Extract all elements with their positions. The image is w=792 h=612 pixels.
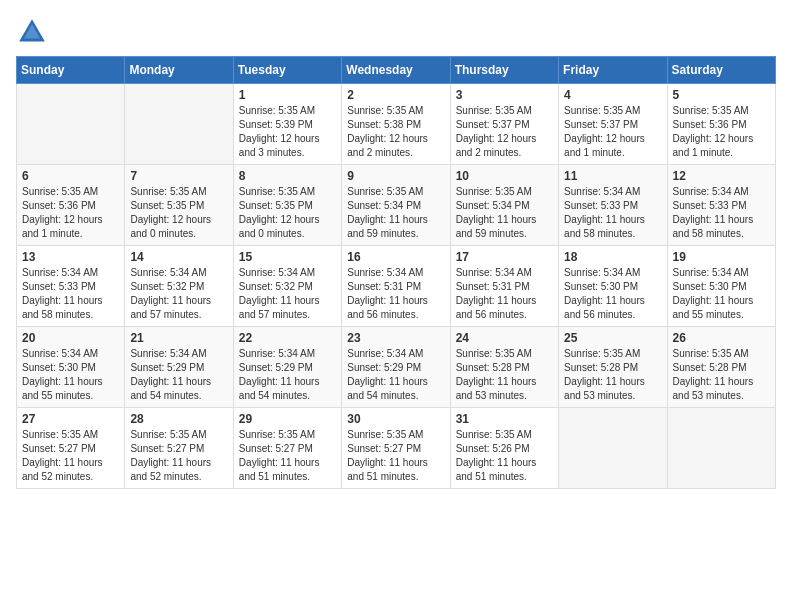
calendar-cell: 21Sunrise: 5:34 AMSunset: 5:29 PMDayligh… [125, 327, 233, 408]
calendar-cell: 28Sunrise: 5:35 AMSunset: 5:27 PMDayligh… [125, 408, 233, 489]
day-number: 6 [22, 169, 119, 183]
calendar-cell [559, 408, 667, 489]
calendar-cell: 3Sunrise: 5:35 AMSunset: 5:37 PMDaylight… [450, 84, 558, 165]
cell-content: Sunrise: 5:34 AMSunset: 5:32 PMDaylight:… [239, 266, 336, 322]
day-number: 16 [347, 250, 444, 264]
page-header [16, 16, 776, 48]
calendar-cell: 7Sunrise: 5:35 AMSunset: 5:35 PMDaylight… [125, 165, 233, 246]
day-number: 9 [347, 169, 444, 183]
day-number: 2 [347, 88, 444, 102]
calendar-cell: 9Sunrise: 5:35 AMSunset: 5:34 PMDaylight… [342, 165, 450, 246]
cell-content: Sunrise: 5:34 AMSunset: 5:29 PMDaylight:… [130, 347, 227, 403]
calendar-header-row: SundayMondayTuesdayWednesdayThursdayFrid… [17, 57, 776, 84]
calendar-cell: 2Sunrise: 5:35 AMSunset: 5:38 PMDaylight… [342, 84, 450, 165]
logo-icon [16, 16, 48, 48]
cell-content: Sunrise: 5:35 AMSunset: 5:38 PMDaylight:… [347, 104, 444, 160]
cell-content: Sunrise: 5:34 AMSunset: 5:33 PMDaylight:… [564, 185, 661, 241]
day-number: 21 [130, 331, 227, 345]
cell-content: Sunrise: 5:35 AMSunset: 5:36 PMDaylight:… [673, 104, 770, 160]
day-number: 8 [239, 169, 336, 183]
calendar-cell: 4Sunrise: 5:35 AMSunset: 5:37 PMDaylight… [559, 84, 667, 165]
cell-content: Sunrise: 5:35 AMSunset: 5:35 PMDaylight:… [239, 185, 336, 241]
day-number: 1 [239, 88, 336, 102]
day-number: 25 [564, 331, 661, 345]
calendar-cell: 25Sunrise: 5:35 AMSunset: 5:28 PMDayligh… [559, 327, 667, 408]
calendar-cell: 10Sunrise: 5:35 AMSunset: 5:34 PMDayligh… [450, 165, 558, 246]
calendar-cell: 19Sunrise: 5:34 AMSunset: 5:30 PMDayligh… [667, 246, 775, 327]
day-number: 27 [22, 412, 119, 426]
day-number: 26 [673, 331, 770, 345]
day-number: 20 [22, 331, 119, 345]
col-header-wednesday: Wednesday [342, 57, 450, 84]
calendar-cell: 12Sunrise: 5:34 AMSunset: 5:33 PMDayligh… [667, 165, 775, 246]
day-number: 15 [239, 250, 336, 264]
day-number: 12 [673, 169, 770, 183]
day-number: 28 [130, 412, 227, 426]
day-number: 22 [239, 331, 336, 345]
col-header-sunday: Sunday [17, 57, 125, 84]
cell-content: Sunrise: 5:35 AMSunset: 5:27 PMDaylight:… [347, 428, 444, 484]
day-number: 3 [456, 88, 553, 102]
day-number: 18 [564, 250, 661, 264]
col-header-tuesday: Tuesday [233, 57, 341, 84]
calendar-cell: 20Sunrise: 5:34 AMSunset: 5:30 PMDayligh… [17, 327, 125, 408]
calendar-cell: 22Sunrise: 5:34 AMSunset: 5:29 PMDayligh… [233, 327, 341, 408]
col-header-friday: Friday [559, 57, 667, 84]
calendar-cell [667, 408, 775, 489]
calendar-cell: 5Sunrise: 5:35 AMSunset: 5:36 PMDaylight… [667, 84, 775, 165]
cell-content: Sunrise: 5:35 AMSunset: 5:27 PMDaylight:… [22, 428, 119, 484]
cell-content: Sunrise: 5:34 AMSunset: 5:30 PMDaylight:… [673, 266, 770, 322]
calendar-cell: 6Sunrise: 5:35 AMSunset: 5:36 PMDaylight… [17, 165, 125, 246]
cell-content: Sunrise: 5:34 AMSunset: 5:30 PMDaylight:… [22, 347, 119, 403]
day-number: 31 [456, 412, 553, 426]
cell-content: Sunrise: 5:35 AMSunset: 5:27 PMDaylight:… [130, 428, 227, 484]
calendar-cell: 23Sunrise: 5:34 AMSunset: 5:29 PMDayligh… [342, 327, 450, 408]
cell-content: Sunrise: 5:35 AMSunset: 5:28 PMDaylight:… [673, 347, 770, 403]
calendar-cell: 24Sunrise: 5:35 AMSunset: 5:28 PMDayligh… [450, 327, 558, 408]
calendar-cell: 16Sunrise: 5:34 AMSunset: 5:31 PMDayligh… [342, 246, 450, 327]
cell-content: Sunrise: 5:35 AMSunset: 5:26 PMDaylight:… [456, 428, 553, 484]
day-number: 30 [347, 412, 444, 426]
calendar-cell: 26Sunrise: 5:35 AMSunset: 5:28 PMDayligh… [667, 327, 775, 408]
cell-content: Sunrise: 5:35 AMSunset: 5:37 PMDaylight:… [564, 104, 661, 160]
cell-content: Sunrise: 5:35 AMSunset: 5:34 PMDaylight:… [347, 185, 444, 241]
calendar-week-row: 13Sunrise: 5:34 AMSunset: 5:33 PMDayligh… [17, 246, 776, 327]
calendar-cell: 27Sunrise: 5:35 AMSunset: 5:27 PMDayligh… [17, 408, 125, 489]
day-number: 24 [456, 331, 553, 345]
cell-content: Sunrise: 5:34 AMSunset: 5:29 PMDaylight:… [239, 347, 336, 403]
calendar-table: SundayMondayTuesdayWednesdayThursdayFrid… [16, 56, 776, 489]
calendar-cell: 14Sunrise: 5:34 AMSunset: 5:32 PMDayligh… [125, 246, 233, 327]
cell-content: Sunrise: 5:35 AMSunset: 5:39 PMDaylight:… [239, 104, 336, 160]
day-number: 13 [22, 250, 119, 264]
cell-content: Sunrise: 5:35 AMSunset: 5:28 PMDaylight:… [564, 347, 661, 403]
calendar-cell: 8Sunrise: 5:35 AMSunset: 5:35 PMDaylight… [233, 165, 341, 246]
calendar-week-row: 6Sunrise: 5:35 AMSunset: 5:36 PMDaylight… [17, 165, 776, 246]
calendar-cell [125, 84, 233, 165]
day-number: 11 [564, 169, 661, 183]
day-number: 23 [347, 331, 444, 345]
calendar-cell: 31Sunrise: 5:35 AMSunset: 5:26 PMDayligh… [450, 408, 558, 489]
calendar-cell [17, 84, 125, 165]
day-number: 17 [456, 250, 553, 264]
cell-content: Sunrise: 5:34 AMSunset: 5:30 PMDaylight:… [564, 266, 661, 322]
day-number: 29 [239, 412, 336, 426]
calendar-week-row: 1Sunrise: 5:35 AMSunset: 5:39 PMDaylight… [17, 84, 776, 165]
calendar-week-row: 27Sunrise: 5:35 AMSunset: 5:27 PMDayligh… [17, 408, 776, 489]
day-number: 19 [673, 250, 770, 264]
cell-content: Sunrise: 5:34 AMSunset: 5:33 PMDaylight:… [673, 185, 770, 241]
cell-content: Sunrise: 5:34 AMSunset: 5:32 PMDaylight:… [130, 266, 227, 322]
calendar-cell: 15Sunrise: 5:34 AMSunset: 5:32 PMDayligh… [233, 246, 341, 327]
day-number: 5 [673, 88, 770, 102]
cell-content: Sunrise: 5:35 AMSunset: 5:27 PMDaylight:… [239, 428, 336, 484]
calendar-week-row: 20Sunrise: 5:34 AMSunset: 5:30 PMDayligh… [17, 327, 776, 408]
day-number: 7 [130, 169, 227, 183]
cell-content: Sunrise: 5:35 AMSunset: 5:28 PMDaylight:… [456, 347, 553, 403]
cell-content: Sunrise: 5:34 AMSunset: 5:31 PMDaylight:… [347, 266, 444, 322]
col-header-thursday: Thursday [450, 57, 558, 84]
day-number: 4 [564, 88, 661, 102]
calendar-cell: 11Sunrise: 5:34 AMSunset: 5:33 PMDayligh… [559, 165, 667, 246]
cell-content: Sunrise: 5:34 AMSunset: 5:31 PMDaylight:… [456, 266, 553, 322]
calendar-cell: 1Sunrise: 5:35 AMSunset: 5:39 PMDaylight… [233, 84, 341, 165]
cell-content: Sunrise: 5:34 AMSunset: 5:33 PMDaylight:… [22, 266, 119, 322]
cell-content: Sunrise: 5:34 AMSunset: 5:29 PMDaylight:… [347, 347, 444, 403]
